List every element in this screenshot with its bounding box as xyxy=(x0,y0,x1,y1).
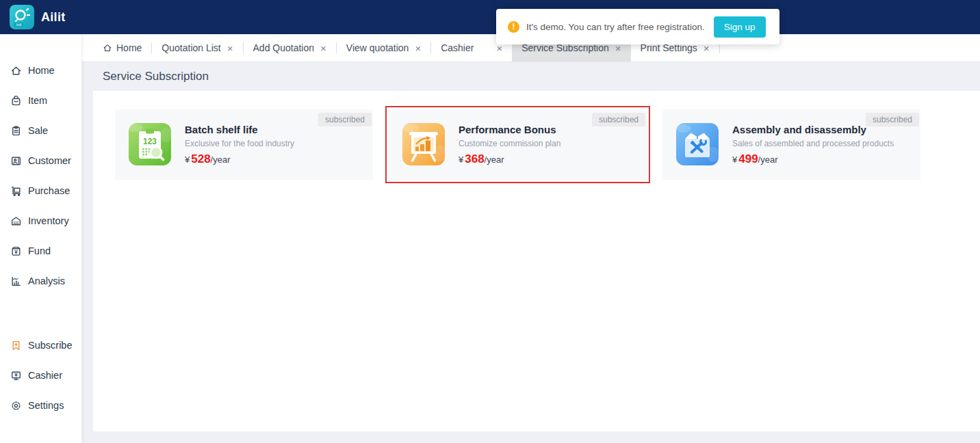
card-assembly-disassembly[interactable]: subscribed Assembl xyxy=(662,109,920,180)
page-header: Service Subscription xyxy=(82,62,980,91)
card-price: ¥ 528 /year xyxy=(185,152,373,166)
sidebar-group-gap xyxy=(0,296,81,330)
card-subtitle: Exclusive for the food industry xyxy=(185,139,373,148)
purchase-icon xyxy=(10,185,22,197)
sidebar-item-label: Subscribe xyxy=(28,340,72,351)
sign-up-button[interactable]: Sign up xyxy=(714,16,766,38)
content-panel: subscribed 123 Batch shelf lif xyxy=(93,91,980,431)
sidebar-item-settings[interactable]: Settings xyxy=(0,390,81,420)
card-subtitle: Sales of assembled and processed product… xyxy=(732,139,920,148)
sidebar-item-label: Item xyxy=(28,95,47,106)
sidebar-item-inventory[interactable]: Inventory xyxy=(0,206,81,236)
performance-bonus-icon xyxy=(402,123,445,165)
price-value: 368 xyxy=(465,152,484,166)
sidebar-item-customer[interactable]: Customer xyxy=(0,146,81,176)
sidebar-item-label: Customer xyxy=(28,155,71,166)
icon-label: 123 xyxy=(143,137,157,146)
analysis-icon xyxy=(10,276,22,287)
close-icon[interactable]: × xyxy=(227,43,233,53)
main-content: Home Quotation List × Add Quotation × Vi… xyxy=(82,34,980,443)
sidebar: Home Item Sale Customer Purchase xyxy=(0,34,82,443)
cashier-icon xyxy=(10,370,22,381)
tab-label: Quotation List xyxy=(162,42,220,53)
tab-home[interactable]: Home xyxy=(93,34,151,62)
logo-badge-label: Intl xyxy=(16,23,21,27)
brand-name: Ailit xyxy=(41,10,66,25)
currency-symbol: ¥ xyxy=(459,155,463,165)
sidebar-item-subscribe[interactable]: Subscribe xyxy=(0,330,81,360)
sidebar-item-label: Analysis xyxy=(28,276,65,286)
sidebar-item-label: Sale xyxy=(28,125,48,136)
top-navbar: Intl Ailit xyxy=(0,0,980,34)
item-icon xyxy=(10,95,22,107)
sidebar-item-label: Home xyxy=(28,65,55,76)
price-period: /year xyxy=(211,155,231,165)
tab-label: View quotation xyxy=(346,42,409,53)
sale-icon xyxy=(10,125,22,137)
sidebar-item-sale[interactable]: Sale xyxy=(0,116,81,146)
card-batch-shelf-life[interactable]: subscribed 123 Batch shelf lif xyxy=(115,109,373,180)
sidebar-item-analysis[interactable]: Analysis xyxy=(0,266,81,296)
home-icon xyxy=(103,43,112,53)
card-subtitle: Customize commission plan xyxy=(459,139,647,148)
app-logo-icon: Intl xyxy=(10,5,34,29)
subscribe-icon xyxy=(10,340,22,351)
sidebar-item-label: Settings xyxy=(28,400,64,411)
sidebar-item-cashier[interactable]: Cashier xyxy=(0,360,81,390)
price-period: /year xyxy=(485,155,504,165)
sidebar-item-label: Fund xyxy=(28,245,51,256)
price-period: /year xyxy=(758,155,778,165)
price-value: 499 xyxy=(738,152,758,166)
subscribed-badge: subscribed xyxy=(866,113,919,126)
subscribed-badge: subscribed xyxy=(592,113,645,126)
subscription-cards-row: subscribed 123 Batch shelf lif xyxy=(93,91,980,180)
tab-label: Home xyxy=(116,42,142,53)
close-icon[interactable]: × xyxy=(415,43,421,53)
assembly-disassembly-icon xyxy=(676,123,719,165)
home-icon xyxy=(10,65,22,77)
sidebar-item-label: Purchase xyxy=(28,185,70,196)
warning-icon: ! xyxy=(508,21,519,33)
sidebar-item-fund[interactable]: Fund xyxy=(0,236,81,266)
sidebar-item-purchase[interactable]: Purchase xyxy=(0,176,81,206)
tab-quotation-list[interactable]: Quotation List × xyxy=(152,34,242,62)
page-title: Service Subscription xyxy=(103,70,209,83)
demo-banner: ! It's demo. You can try after free regi… xyxy=(496,9,779,44)
tab-label: Add Quotation xyxy=(253,42,315,53)
currency-symbol: ¥ xyxy=(185,155,190,165)
fund-icon xyxy=(10,245,22,257)
tab-add-quotation[interactable]: Add Quotation × xyxy=(244,34,336,62)
sidebar-item-label: Cashier xyxy=(28,370,62,381)
subscribed-badge: subscribed xyxy=(318,113,372,126)
tab-view-quotation[interactable]: View quotation × xyxy=(337,34,430,62)
sidebar-item-item[interactable]: Item xyxy=(0,85,81,116)
tab-label: Cashier xyxy=(441,42,474,53)
currency-symbol: ¥ xyxy=(732,155,737,165)
inventory-icon xyxy=(10,215,22,227)
sidebar-item-home[interactable]: Home xyxy=(0,55,81,85)
customer-icon xyxy=(10,155,22,167)
settings-icon xyxy=(10,400,22,412)
price-value: 528 xyxy=(191,152,210,166)
demo-banner-text: It's demo. You can try after free regist… xyxy=(526,22,705,32)
close-icon[interactable]: × xyxy=(320,43,326,53)
sidebar-item-label: Inventory xyxy=(28,215,69,226)
batch-shelf-life-icon: 123 xyxy=(129,123,171,165)
card-price: ¥ 368 /year xyxy=(459,152,647,166)
card-performance-bonus[interactable]: subscribed xyxy=(389,109,647,180)
card-price: ¥ 499 /year xyxy=(732,152,920,166)
